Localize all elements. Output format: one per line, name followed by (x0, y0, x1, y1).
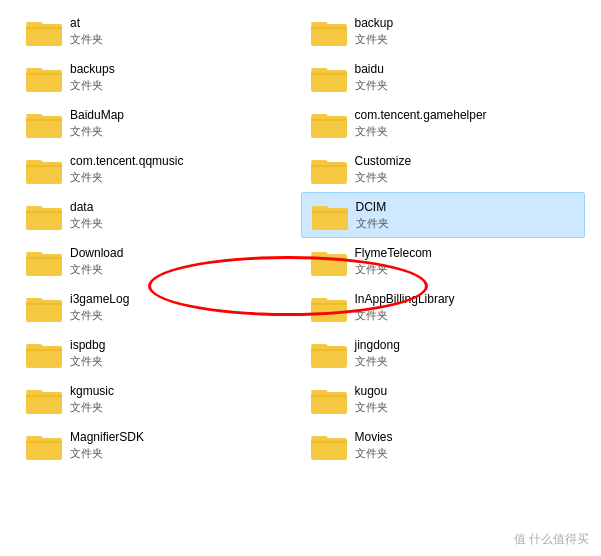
svg-rect-29 (26, 349, 62, 351)
svg-rect-33 (26, 395, 62, 397)
folder-icon (24, 428, 64, 462)
file-name: backups (70, 62, 115, 78)
svg-rect-27 (311, 303, 347, 305)
folder-icon (309, 336, 349, 370)
file-name: com.tencent.gamehelper (355, 108, 487, 124)
file-type: 文件夹 (70, 446, 144, 460)
folder-icon (309, 106, 349, 140)
file-type: 文件夹 (70, 78, 115, 92)
folder-item-download[interactable]: Download文件夹 (16, 238, 301, 284)
svg-rect-7 (311, 73, 347, 75)
folder-item-baidumap[interactable]: BaiduMap文件夹 (16, 100, 301, 146)
file-type: 文件夹 (70, 170, 183, 184)
file-type: 文件夹 (355, 308, 455, 322)
svg-rect-23 (311, 257, 347, 259)
folder-item-dcim[interactable]: DCIM文件夹 (301, 192, 586, 238)
svg-rect-37 (26, 441, 62, 443)
folder-icon (24, 198, 64, 232)
folder-icon (24, 152, 64, 186)
folder-icon (309, 382, 349, 416)
folder-icon (310, 198, 350, 232)
file-name: DCIM (356, 200, 389, 216)
folder-item-ispdbg[interactable]: ispdbg文件夹 (16, 330, 301, 376)
folder-item-i3gamelog[interactable]: i3gameLog文件夹 (16, 284, 301, 330)
folder-item-com.tencent.gamehelper[interactable]: com.tencent.gamehelper文件夹 (301, 100, 586, 146)
folder-item-customize[interactable]: Customize文件夹 (301, 146, 586, 192)
folder-icon (309, 152, 349, 186)
svg-rect-35 (311, 395, 347, 397)
file-name: jingdong (355, 338, 400, 354)
svg-rect-11 (311, 119, 347, 121)
folder-icon (24, 60, 64, 94)
folder-item-backups[interactable]: backups文件夹 (16, 54, 301, 100)
file-list: at文件夹backup文件夹backups文件夹baidu文件夹BaiduMap… (0, 0, 601, 476)
folder-icon (24, 106, 64, 140)
svg-rect-17 (26, 211, 62, 213)
svg-rect-19 (312, 211, 348, 213)
folder-icon (24, 336, 64, 370)
file-name: baidu (355, 62, 388, 78)
folder-icon (309, 60, 349, 94)
folder-icon (24, 14, 64, 48)
folder-item-data[interactable]: data文件夹 (16, 192, 301, 238)
file-type: 文件夹 (70, 308, 129, 322)
folder-icon (309, 428, 349, 462)
svg-rect-13 (26, 165, 62, 167)
folder-item-kugou[interactable]: kugou文件夹 (301, 376, 586, 422)
folder-icon (24, 244, 64, 278)
file-name: i3gameLog (70, 292, 129, 308)
file-type: 文件夹 (355, 262, 432, 276)
file-name: kugou (355, 384, 388, 400)
file-name: com.tencent.qqmusic (70, 154, 183, 170)
file-type: 文件夹 (355, 170, 412, 184)
file-name: BaiduMap (70, 108, 124, 124)
file-name: Movies (355, 430, 393, 446)
folder-icon (309, 14, 349, 48)
folder-item-kgmusic[interactable]: kgmusic文件夹 (16, 376, 301, 422)
file-type: 文件夹 (70, 354, 105, 368)
folder-icon (309, 244, 349, 278)
file-type: 文件夹 (70, 400, 114, 414)
file-name: Customize (355, 154, 412, 170)
folder-item-jingdong[interactable]: jingdong文件夹 (301, 330, 586, 376)
folder-item-inappbillinglibrary[interactable]: InAppBillingLibrary文件夹 (301, 284, 586, 330)
file-name: at (70, 16, 103, 32)
file-type: 文件夹 (355, 32, 394, 46)
folder-item-baidu[interactable]: baidu文件夹 (301, 54, 586, 100)
file-name: Download (70, 246, 123, 262)
svg-rect-1 (26, 27, 62, 29)
svg-rect-31 (311, 349, 347, 351)
file-type: 文件夹 (356, 216, 389, 230)
svg-rect-5 (26, 73, 62, 75)
file-name: InAppBillingLibrary (355, 292, 455, 308)
file-type: 文件夹 (70, 124, 124, 138)
watermark: 值 什么值得买 (514, 531, 589, 548)
file-type: 文件夹 (355, 124, 487, 138)
svg-rect-39 (311, 441, 347, 443)
folder-item-movies[interactable]: Movies文件夹 (301, 422, 586, 468)
svg-rect-3 (311, 27, 347, 29)
file-name: FlymeTelecom (355, 246, 432, 262)
folder-item-com.tencent.qqmusic[interactable]: com.tencent.qqmusic文件夹 (16, 146, 301, 192)
folder-item-backup[interactable]: backup文件夹 (301, 8, 586, 54)
file-name: MagnifierSDK (70, 430, 144, 446)
file-name: backup (355, 16, 394, 32)
folder-item-magnifiersdk[interactable]: MagnifierSDK文件夹 (16, 422, 301, 468)
file-type: 文件夹 (70, 216, 103, 230)
svg-rect-15 (311, 165, 347, 167)
file-type: 文件夹 (70, 262, 123, 276)
file-type: 文件夹 (70, 32, 103, 46)
folder-icon (309, 290, 349, 324)
file-type: 文件夹 (355, 354, 400, 368)
folder-icon (24, 290, 64, 324)
folder-item-flymetelecom[interactable]: FlymeTelecom文件夹 (301, 238, 586, 284)
svg-rect-25 (26, 303, 62, 305)
file-name: ispdbg (70, 338, 105, 354)
file-type: 文件夹 (355, 400, 388, 414)
folder-item-at[interactable]: at文件夹 (16, 8, 301, 54)
folder-icon (24, 382, 64, 416)
file-name: data (70, 200, 103, 216)
file-type: 文件夹 (355, 446, 393, 460)
file-name: kgmusic (70, 384, 114, 400)
svg-rect-21 (26, 257, 62, 259)
